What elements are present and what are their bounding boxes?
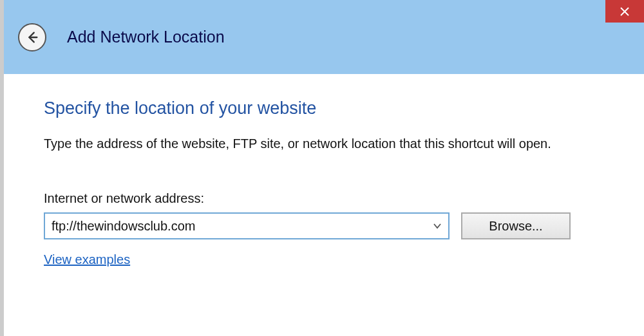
wizard-title: Add Network Location (67, 28, 225, 46)
address-value: ftp://thewindowsclub.com (52, 219, 195, 234)
arrow-left-icon (25, 30, 39, 44)
address-row: ftp://thewindowsclub.com Browse... (44, 212, 604, 239)
address-label: Internet or network address: (44, 191, 604, 206)
chevron-down-icon (433, 221, 442, 230)
wizard-window: Add Network Location Specify the locatio… (0, 0, 644, 336)
content-area: Specify the location of your website Typ… (4, 74, 644, 267)
address-combobox[interactable]: ftp://thewindowsclub.com (44, 212, 450, 239)
close-icon (620, 6, 630, 17)
page-heading: Specify the location of your website (44, 98, 604, 118)
page-description: Type the address of the website, FTP sit… (44, 136, 604, 151)
browse-button[interactable]: Browse... (461, 212, 571, 239)
titlebar: Add Network Location (4, 0, 644, 74)
back-button[interactable] (18, 23, 46, 51)
view-examples-link[interactable]: View examples (44, 252, 130, 267)
close-button[interactable] (605, 0, 644, 23)
